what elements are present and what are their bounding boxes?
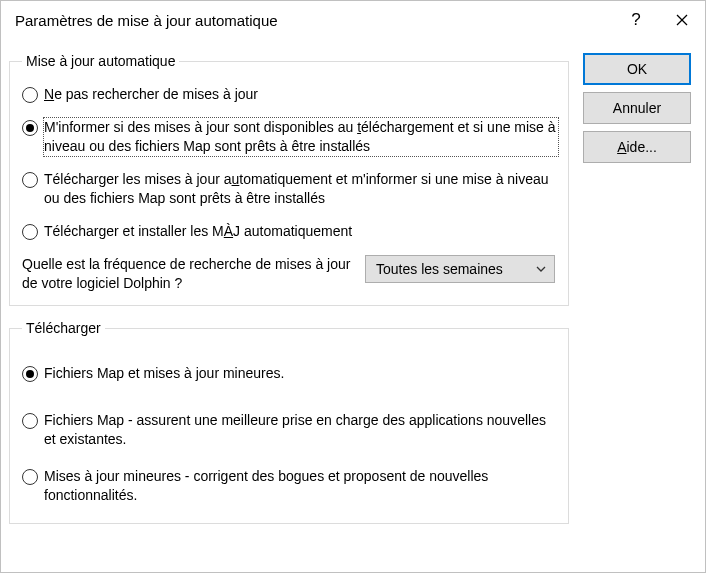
group-download-legend: Télécharger <box>22 320 105 336</box>
radio-notify[interactable]: M'informer si des mises à jour sont disp… <box>22 118 558 156</box>
radio-label: Télécharger les mises à jour automatique… <box>44 170 558 208</box>
window-title: Paramètres de mise à jour automatique <box>15 12 278 29</box>
radio-dl-both[interactable]: Fichiers Map et mises à jour mineures. <box>22 364 558 383</box>
radio-label: M'informer si des mises à jour sont disp… <box>44 118 558 156</box>
radio-label: Fichiers Map et mises à jour mineures. <box>44 364 284 383</box>
radio-icon <box>22 469 38 485</box>
radio-label: Mises à jour mineures - corrigent des bo… <box>44 467 558 505</box>
radio-label: Télécharger et installer les MÀJ automat… <box>44 222 352 241</box>
help-button[interactable]: Aide... <box>583 131 691 163</box>
radio-icon <box>22 224 38 240</box>
close-icon[interactable] <box>659 1 705 39</box>
radio-download-notify[interactable]: Télécharger les mises à jour automatique… <box>22 170 558 208</box>
radio-icon <box>22 366 38 382</box>
frequency-value: Toutes les semaines <box>376 261 503 277</box>
help-icon[interactable]: ? <box>613 1 659 39</box>
cancel-button[interactable]: Annuler <box>583 92 691 124</box>
radio-icon <box>22 87 38 103</box>
frequency-label: Quelle est la fréquence de recherche de … <box>22 255 357 293</box>
radio-icon <box>22 413 38 429</box>
chevron-down-icon <box>536 266 546 272</box>
radio-icon <box>22 172 38 188</box>
radio-icon <box>22 120 38 136</box>
radio-label: Fichiers Map - assurent une meilleure pr… <box>44 411 558 449</box>
radio-dl-minor[interactable]: Mises à jour mineures - corrigent des bo… <box>22 467 558 505</box>
radio-auto-install[interactable]: Télécharger et installer les MÀJ automat… <box>22 222 558 241</box>
group-auto-update: Mise à jour automatique Ne pas recherche… <box>9 53 569 306</box>
group-auto-update-legend: Mise à jour automatique <box>22 53 179 69</box>
group-download: Télécharger Fichiers Map et mises à jour… <box>9 320 569 524</box>
frequency-select[interactable]: Toutes les semaines <box>365 255 555 283</box>
titlebar: Paramètres de mise à jour automatique ? <box>1 1 705 39</box>
radio-no-check[interactable]: Ne pas rechercher de mises à jour <box>22 85 558 104</box>
radio-label: Ne pas rechercher de mises à jour <box>44 85 258 104</box>
titlebar-buttons: ? <box>613 1 705 39</box>
radio-dl-map[interactable]: Fichiers Map - assurent une meilleure pr… <box>22 411 558 449</box>
ok-button[interactable]: OK <box>583 53 691 85</box>
